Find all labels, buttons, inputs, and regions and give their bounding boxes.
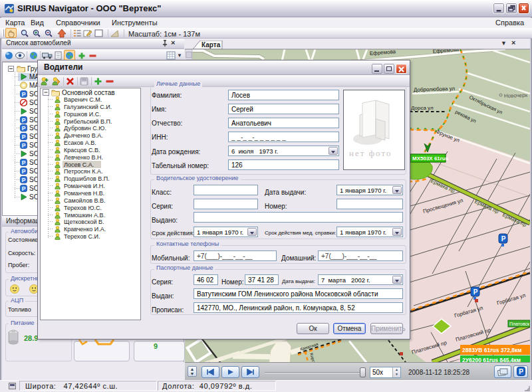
svg-text:МХ503Х 61rus: МХ503Х 61rus [412, 155, 449, 161]
svg-text:2883УВ 61rus 372,8км: 2883УВ 61rus 372,8км [462, 347, 522, 353]
svg-text:Новочерк: Новочерк [504, 92, 528, 99]
svg-text:P: P [22, 91, 26, 98]
svg-text:Платовск: Платовск [509, 322, 530, 326]
svg-text:P: P [22, 142, 26, 149]
svg-text:P: P [22, 185, 26, 192]
svg-text:P: P [501, 235, 506, 243]
svg-text:P: P [22, 117, 26, 124]
svg-text:P: P [22, 125, 26, 132]
svg-text:P: P [22, 159, 26, 166]
svg-text:P: P [22, 168, 26, 175]
svg-text:Карта: Карта [201, 41, 221, 49]
svg-text:2У6200 61rus 845,4км: 2У6200 61rus 845,4км [462, 357, 521, 362]
svg-text:P: P [473, 288, 478, 296]
svg-text:P: P [519, 368, 523, 375]
svg-text:P: P [22, 177, 26, 183]
svg-text:P: P [22, 134, 26, 140]
svg-text:Дорса ул: Дорса ул [411, 105, 434, 111]
